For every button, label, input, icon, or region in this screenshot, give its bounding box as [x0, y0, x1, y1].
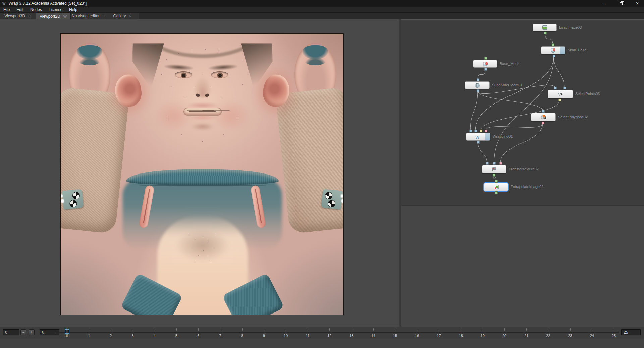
ruler[interactable]: 0 01234567891011121314151617181920212223…	[0, 327, 644, 339]
node-selpoly[interactable]	[531, 113, 556, 121]
output-port[interactable]	[544, 32, 547, 34]
input-port[interactable]	[485, 130, 487, 132]
tab-viewport2d[interactable]: Viewport2D W	[36, 13, 71, 19]
ruler-tick	[329, 328, 330, 331]
uv-texture-image[interactable]	[60, 33, 344, 315]
node-subd[interactable]	[465, 81, 490, 89]
tab-shortcut: Q	[28, 14, 31, 18]
tab-shortcut: R	[129, 14, 132, 18]
ruler-number: 14	[368, 334, 378, 338]
menu-file[interactable]: File	[0, 7, 13, 13]
points-icon	[558, 92, 563, 96]
texture-fiducial-tag-right	[321, 189, 343, 210]
restore-icon	[620, 2, 623, 5]
viewport-2d[interactable]	[0, 19, 399, 327]
node-skan[interactable]	[541, 46, 565, 54]
ruler-tick	[548, 328, 548, 331]
input-port[interactable]	[499, 162, 502, 165]
ruler-tick	[176, 328, 177, 331]
tab-no-visual-editor[interactable]: No visual editor E	[71, 13, 106, 19]
ruler-tick	[264, 328, 264, 331]
output-port[interactable]	[558, 99, 561, 101]
ruler-number: 8	[237, 334, 247, 338]
ruler-number: 0	[62, 334, 72, 338]
node-editor[interactable]: LoadImage03Skan_BaseBase_MeshSubdivideGe…	[401, 19, 644, 205]
ruler-tick	[483, 328, 483, 331]
ruler-number: 1	[84, 334, 94, 338]
output-port[interactable]	[542, 122, 544, 124]
ruler-tick	[198, 328, 199, 331]
node-extra[interactable]	[484, 183, 508, 191]
ruler-tick	[220, 328, 220, 331]
output-port[interactable]	[495, 191, 498, 194]
ruler-tick	[526, 328, 527, 331]
node-base[interactable]	[473, 60, 497, 68]
ruler-number: 9	[259, 334, 269, 338]
ruler-number: 12	[324, 334, 334, 338]
ruler-tick	[352, 328, 352, 331]
tab-shortcut: E	[103, 14, 105, 18]
output-port[interactable]	[484, 68, 487, 71]
ruler-number: 6	[193, 334, 203, 338]
close-button[interactable]: ×	[633, 0, 642, 7]
ruler-tick	[133, 328, 133, 331]
status-bar	[0, 339, 644, 348]
input-port[interactable]	[469, 130, 472, 132]
input-port[interactable]	[480, 130, 482, 132]
uv-island-teal-inner	[305, 57, 326, 65]
ruler-number: 4	[150, 334, 160, 338]
output-port[interactable]	[477, 89, 479, 92]
input-port[interactable]	[493, 162, 496, 165]
minimize-button[interactable]: –	[600, 0, 609, 7]
node-ttex[interactable]	[482, 165, 506, 173]
ruler-tick	[67, 328, 67, 331]
node-selpts[interactable]	[548, 90, 573, 98]
input-port[interactable]	[474, 130, 477, 132]
input-port[interactable]	[484, 57, 487, 60]
node-label: Wrapping01	[493, 134, 513, 138]
output-port[interactable]	[553, 55, 555, 57]
ruler-number: 22	[543, 334, 553, 338]
restore-button[interactable]	[616, 0, 625, 7]
ruler-number: 18	[456, 334, 466, 338]
node-label: SelectPoints03	[575, 92, 600, 96]
timeline-track[interactable]	[55, 332, 619, 333]
ruler-number: 3	[128, 334, 138, 338]
menu-nodes[interactable]: Nodes	[27, 7, 45, 13]
input-port[interactable]	[552, 43, 554, 46]
mesh-icon	[483, 62, 488, 66]
ruler-tick	[461, 328, 461, 331]
ruler-number: 23	[565, 334, 575, 338]
ruler-tick	[592, 328, 592, 331]
output-port[interactable]	[477, 141, 480, 144]
menu-help[interactable]: Help	[66, 7, 81, 13]
tab-gallery[interactable]: Gallery R	[106, 13, 139, 19]
node-wrap[interactable]	[466, 133, 490, 141]
node-label: TransferTexture02	[509, 167, 539, 171]
texture-glint-left	[60, 194, 64, 204]
input-port[interactable]	[563, 87, 566, 89]
tab-viewport3d[interactable]: Viewport3D Q	[0, 13, 36, 19]
input-port[interactable]	[554, 87, 557, 89]
title-bar: W Wrap 3.3.12 Academia Activated [Set_02…	[0, 0, 644, 7]
ruler-number: 7	[215, 334, 225, 338]
ruler-number: 13	[346, 334, 357, 338]
texture-stubble-dots	[61, 34, 61, 34]
ruler-tick	[570, 328, 571, 331]
input-port[interactable]	[495, 180, 498, 183]
input-port[interactable]	[542, 110, 545, 113]
texture-eyebrow-right	[208, 64, 238, 71]
output-port[interactable]	[493, 174, 495, 177]
ruler-number: 20	[499, 334, 509, 338]
image-icon	[542, 25, 547, 30]
range-end-input[interactable]	[621, 329, 641, 335]
node-label: SubdivideGeom01	[492, 83, 523, 87]
menu-edit[interactable]: Edit	[13, 7, 27, 13]
input-port[interactable]	[486, 162, 489, 165]
input-port[interactable]	[477, 78, 479, 81]
ruler-tick	[614, 328, 614, 331]
menu-license[interactable]: License	[45, 7, 66, 13]
tab-bar: Viewport3D Q Viewport2D W No visual edit…	[0, 13, 644, 19]
node-load3[interactable]	[533, 24, 557, 31]
image2-icon	[494, 185, 499, 189]
